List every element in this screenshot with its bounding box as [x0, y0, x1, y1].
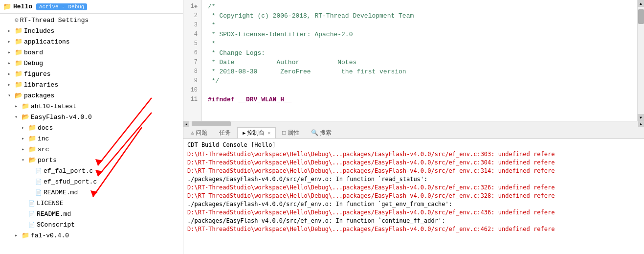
label-board: board [24, 49, 43, 56]
code-content[interactable]: /* * Copyright (c) 2006-2018, RT-Thread … [202, 0, 637, 121]
label-figures: figures [24, 70, 51, 78]
arrow-fal [15, 232, 21, 238]
arrow-rt-thread-settings [8, 17, 14, 23]
tab-console[interactable]: ▶ 控制台 ✕ [237, 127, 276, 139]
scroll-up-btn[interactable]: ▲ [638, 0, 644, 7]
tab-properties[interactable]: □ 属性 [277, 127, 304, 139]
tab-console-label: 控制台 [247, 129, 265, 137]
ln-8: 8 [183, 67, 201, 76]
arrow-applications [8, 39, 14, 45]
console-line-0: D:\RT-ThreadStudio\workspace\Hello\Debug… [187, 150, 640, 159]
bottom-panel: ⚠ 问题 任务 ▶ 控制台 ✕ □ 属性 🔍 搜索 [183, 127, 644, 254]
tree-item-license[interactable]: 📄 LICENSE [0, 198, 183, 208]
hscroll-right-btn[interactable]: ► [638, 121, 644, 127]
tree-item-figures[interactable]: 📁 figures [0, 69, 183, 79]
arrow-packages [8, 92, 14, 98]
tree-item-src[interactable]: 📁 src [0, 144, 183, 155]
label-readme-ports: README.md [44, 189, 78, 196]
console-line-7: D:\RT-ThreadStudio\workspace\Hello\Debug… [187, 208, 640, 217]
arrow-inc [22, 136, 27, 141]
arrow-ports [22, 157, 27, 163]
tab-console-close[interactable]: ✕ [267, 130, 270, 136]
tree-item-sconscript[interactable]: 📄 SConscript [0, 219, 183, 230]
ln-5: 5 [183, 39, 201, 48]
scroll-track[interactable] [638, 7, 644, 114]
tab-problems[interactable]: ⚠ 问题 [185, 127, 213, 139]
file-ef-sfud-icon: 📄 [35, 179, 42, 185]
code-line-6: * Change Logs: [208, 48, 631, 58]
tree-item-readme-ports[interactable]: 📄 README.md [0, 187, 183, 198]
sidebar-badge: Active - Debug [36, 3, 87, 10]
tree-item-aht10[interactable]: 📁 aht10-latest [0, 101, 183, 112]
file-readme-ports-icon: 📄 [35, 189, 42, 196]
tree-item-packages[interactable]: 📂 packages [0, 90, 183, 101]
tree-item-ef-sfud-port[interactable]: 📄 ef_sfud_port.c [0, 176, 183, 187]
settings-icon: ⚙ [15, 16, 19, 24]
code-hscroll[interactable]: ◄ ► [183, 121, 644, 127]
code-editor: 1◈ 2 3 4 5 6 7 8 9 10 11 /* * Copyright … [183, 0, 644, 127]
hscroll-track[interactable] [189, 121, 638, 127]
tree-item-inc[interactable]: 📁 inc [0, 133, 183, 144]
tab-tasks-label: 任务 [219, 129, 231, 137]
scroll-thumb[interactable] [638, 9, 644, 24]
hscroll-thumb[interactable] [192, 121, 231, 126]
label-ef-sfud-port: ef_sfud_port.c [44, 178, 97, 185]
label-sconscript: SConscript [37, 221, 75, 229]
tree-item-readme-main[interactable]: 📄 README.md [0, 208, 183, 219]
code-area: 1◈ 2 3 4 5 6 7 8 9 10 11 /* * Copyright … [183, 0, 644, 121]
folder-applications-icon: 📁 [15, 38, 22, 46]
label-easyflash: EasyFlash-v4.0.0 [31, 114, 92, 121]
label-src: src [38, 146, 49, 153]
code-line-10 [208, 86, 631, 95]
folder-easyflash-icon: 📂 [22, 113, 29, 121]
ln-1: 1◈ [183, 2, 201, 11]
tab-search[interactable]: 🔍 搜索 [306, 127, 337, 139]
tree-item-applications[interactable]: 📁 applications [0, 36, 183, 47]
label-ports: ports [38, 157, 57, 164]
tree-item-easyflash[interactable]: 📂 EasyFlash-v4.0.0 [0, 112, 183, 122]
folder-src-icon: 📁 [28, 145, 36, 153]
tab-search-label: 搜索 [320, 129, 332, 137]
tree-item-ports[interactable]: 📂 ports [0, 155, 183, 165]
sidebar-header: 📁 Hello Active - Debug [0, 0, 183, 14]
tree-item-rt-thread-settings[interactable]: ⚙ RT-Thread Settings [0, 15, 183, 25]
code-vscroll[interactable]: ▲ ▼ [637, 0, 644, 121]
tree-item-fal[interactable]: 📁 fal-v0.4.0 [0, 230, 183, 241]
tree-item-docs[interactable]: 📁 docs [0, 122, 183, 133]
scroll-down-btn[interactable]: ▼ [638, 114, 644, 121]
tree-item-board[interactable]: 📁 board [0, 47, 183, 58]
arrow-docs [22, 125, 27, 131]
arrow-readme-main [22, 211, 27, 217]
folder-packages-icon: 📂 [15, 92, 22, 99]
tree-item-includes[interactable]: 📁 Includes [0, 25, 183, 36]
bottom-tabs: ⚠ 问题 任务 ▶ 控制台 ✕ □ 属性 🔍 搜索 [183, 127, 644, 139]
file-readme-main-icon: 📄 [28, 211, 35, 217]
hscroll-left-btn[interactable]: ◄ [183, 121, 189, 127]
console-line-2: D:\RT-ThreadStudio\workspace\Hello\Debug… [187, 167, 640, 175]
label-debug: Debug [24, 60, 43, 67]
console-header: CDT Build Console [Hello] [187, 141, 640, 149]
ln-4: 4 [183, 30, 201, 39]
console-icon: ▶ [243, 130, 245, 136]
tree-item-ef-fal-port[interactable]: 📄 ef_fal_port.c [0, 165, 183, 176]
folder-debug-icon: 📁 [15, 59, 22, 67]
line-numbers: 1◈ 2 3 4 5 6 7 8 9 10 11 [183, 0, 202, 121]
sidebar-title: Hello [13, 3, 32, 10]
arrow-aht10 [15, 103, 21, 109]
arrow-ef-fal-port [28, 168, 34, 174]
console-content[interactable]: CDT Build Console [Hello] D:\RT-ThreadSt… [183, 139, 644, 254]
tab-tasks[interactable]: 任务 [214, 127, 236, 139]
arrow-includes [8, 28, 14, 34]
tree-item-libraries[interactable]: 📁 libraries [0, 79, 183, 90]
ln-3: 3 [183, 21, 201, 30]
project-icon: 📁 [3, 2, 11, 11]
ln-10: 10 [183, 86, 201, 95]
tree-container[interactable]: ⚙ RT-Thread Settings 📁 Includes 📁 applic… [0, 14, 183, 254]
folder-libraries-icon: 📁 [15, 81, 22, 89]
code-line-8: * 2018-08-30 ZeroFree the first version [208, 67, 631, 76]
folder-figures-icon: 📁 [15, 70, 22, 78]
folder-includes-icon: 📁 [15, 27, 22, 35]
tree-item-debug[interactable]: 📁 Debug [0, 58, 183, 69]
sidebar: 📁 Hello Active - Debug ⚙ RT-Thread Setti… [0, 0, 183, 254]
ln-11: 11 [183, 95, 201, 104]
